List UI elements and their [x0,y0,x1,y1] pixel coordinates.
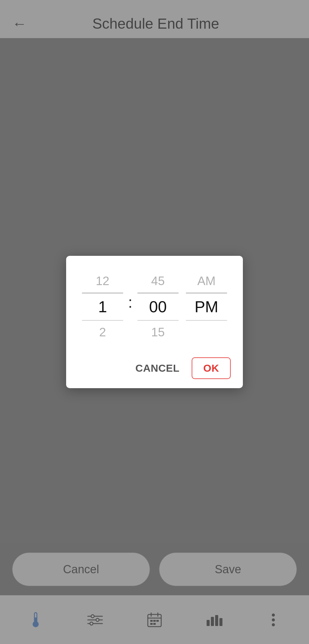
period-selected: PM [194,293,218,320]
minute-below: 15 [151,320,165,342]
minute-column[interactable]: 45 00 15 [134,271,182,342]
hour-column[interactable]: 12 1 2 [78,271,127,342]
time-picker-dialog: 12 1 2 : 45 00 15 [66,256,243,388]
modal-overlay: 12 1 2 : 45 00 15 [0,0,309,644]
period-bottom-divider [186,320,227,321]
hour-above: 12 [96,271,109,293]
period-above: AM [197,271,215,293]
dialog-buttons: CANCEL OK [78,357,231,379]
page-background: ← Schedule End Time Cancel Save [0,0,309,644]
period-column[interactable]: AM PM AM [182,271,231,342]
minute-above: 45 [151,271,165,293]
dialog-ok-button[interactable]: OK [192,357,231,379]
hour-below: 2 [99,320,106,342]
minute-selected: 00 [149,293,167,320]
dialog-cancel-button[interactable]: CANCEL [129,358,186,378]
time-picker-scroll: 12 1 2 : 45 00 15 [78,268,231,345]
hour-selected: 1 [98,293,107,320]
time-separator: : [127,293,133,311]
